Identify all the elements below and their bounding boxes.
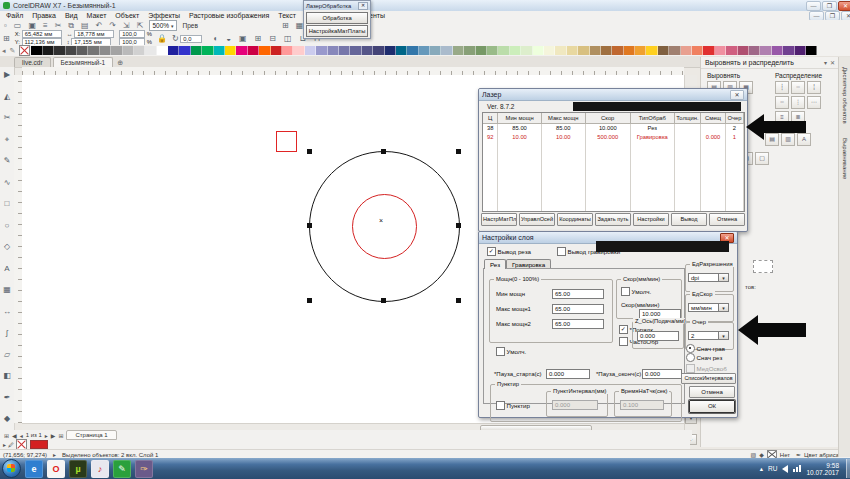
object-x-field[interactable]: 65,482 мм: [22, 30, 62, 38]
cut-icon[interactable]: ✂: [55, 21, 62, 31]
color-swatch[interactable]: [749, 46, 760, 55]
color-swatch[interactable]: [282, 46, 293, 55]
paste-icon[interactable]: ▤: [81, 21, 89, 31]
color-swatch[interactable]: [179, 46, 190, 55]
color-swatch[interactable]: [305, 46, 316, 55]
rotation-angle-field[interactable]: 0,0: [180, 35, 202, 43]
cancel-button[interactable]: Отмена: [689, 386, 735, 398]
color-swatch[interactable]: [681, 46, 692, 55]
laser-toolbar-close-icon[interactable]: ✕: [358, 2, 368, 10]
table-tool-icon[interactable]: ▦: [3, 285, 11, 294]
palette-scroll-left-icon[interactable]: ◂: [2, 47, 6, 55]
color-swatch[interactable]: [202, 46, 213, 55]
utorrent-icon[interactable]: µ: [69, 460, 87, 478]
table-header-cell[interactable]: Макс мощн: [542, 113, 586, 123]
new-icon[interactable]: ▫: [4, 21, 7, 31]
color-swatch[interactable]: [464, 46, 475, 55]
snap-label-fragment[interactable]: Прев: [183, 22, 198, 29]
dash-checkbox[interactable]: Пунктир: [496, 401, 530, 410]
color-swatch[interactable]: [385, 46, 396, 55]
menu-item[interactable]: Объект: [115, 12, 139, 19]
doc-red-swatch[interactable]: [30, 440, 48, 449]
shape-tool-icon[interactable]: ◭: [4, 92, 10, 101]
color-swatch[interactable]: [646, 46, 657, 55]
color-swatch[interactable]: [795, 46, 806, 55]
color-swatch[interactable]: [441, 46, 452, 55]
color-swatch[interactable]: [692, 46, 703, 55]
menu-item[interactable]: Вид: [65, 12, 78, 19]
open-icon[interactable]: ▭: [14, 21, 22, 31]
color-swatch[interactable]: [248, 46, 259, 55]
distribute-option-button[interactable]: ╎: [807, 81, 821, 94]
color-swatch[interactable]: [578, 46, 589, 55]
first-page-icon[interactable]: ◀: [12, 432, 17, 439]
doc-minimize-button[interactable]: —: [809, 11, 824, 21]
table-header-cell[interactable]: Толщин.: [675, 113, 702, 123]
selection-handle[interactable]: [381, 149, 386, 154]
speed-default-checkbox[interactable]: Умолч.: [621, 287, 651, 296]
color-swatch[interactable]: [328, 46, 339, 55]
object-width-field[interactable]: 18,778 мм: [74, 30, 114, 38]
color-swatch[interactable]: [601, 46, 612, 55]
fill-tool-icon[interactable]: ◆: [4, 414, 10, 423]
color-swatch[interactable]: [111, 46, 122, 55]
menu-item[interactable]: Текст: [278, 12, 296, 19]
doc-tab-untitled[interactable]: Безымянный-1: [53, 57, 114, 67]
color-swatch[interactable]: [669, 46, 680, 55]
color-swatch[interactable]: [236, 46, 247, 55]
tab-cut[interactable]: Рез: [484, 259, 506, 269]
distribute-option-button[interactable]: ┆: [775, 81, 789, 94]
lock-ratio-icon[interactable]: 🔒: [157, 34, 167, 43]
power-default-checkbox[interactable]: Умолч.: [496, 347, 526, 356]
palette-flyout-icon[interactable]: ▸: [3, 441, 6, 448]
opera-icon[interactable]: O: [47, 460, 65, 478]
color-swatch[interactable]: [293, 46, 304, 55]
laser-dialog-button[interactable]: Задать путь: [595, 213, 631, 226]
color-swatch[interactable]: [521, 46, 532, 55]
last-page-icon[interactable]: ▶: [51, 432, 56, 439]
connector-tool-icon[interactable]: ʃ: [6, 328, 8, 337]
mirror-vertical-icon[interactable]: ◒: [226, 34, 231, 43]
menu-item[interactable]: Правка: [32, 12, 56, 19]
distribute-option-button[interactable]: ⋮: [791, 96, 805, 109]
paint-app-icon[interactable]: ✑: [135, 460, 153, 478]
docker-collapse-icon[interactable]: ▾: [824, 59, 827, 66]
color-swatch[interactable]: [783, 46, 794, 55]
minimize-button[interactable]: —: [806, 1, 821, 11]
freehand-tool-icon[interactable]: ✎: [4, 156, 11, 165]
zoom-level-combo[interactable]: 500% ▾: [149, 20, 176, 31]
color-swatch[interactable]: [430, 46, 441, 55]
color-swatch[interactable]: [396, 46, 407, 55]
distribute-option-button[interactable]: ┄: [791, 81, 805, 94]
table-header-cell[interactable]: Мин мощн: [498, 113, 542, 123]
import-icon[interactable]: ⇲: [123, 21, 130, 31]
dimension-tool-icon[interactable]: ↔: [3, 307, 11, 316]
color-swatch[interactable]: [590, 46, 601, 55]
color-swatch[interactable]: [145, 46, 156, 55]
color-swatch[interactable]: [271, 46, 282, 55]
color-swatch[interactable]: [407, 46, 418, 55]
copy-icon[interactable]: ⧉: [68, 21, 74, 31]
color-swatch[interactable]: [772, 46, 783, 55]
doc-tab-live[interactable]: live.cdr: [14, 57, 51, 67]
selection-handle[interactable]: [307, 223, 312, 228]
laser-dialog-button[interactable]: Вывод: [671, 213, 707, 226]
selection-handle[interactable]: [307, 149, 312, 154]
no-color-swatch[interactable]: [19, 45, 30, 56]
save-icon[interactable]: ▣: [28, 21, 36, 31]
color-swatch[interactable]: [168, 46, 179, 55]
color-swatch[interactable]: [624, 46, 635, 55]
intervals-list-button[interactable]: СписокИнтервалов: [681, 373, 736, 384]
color-swatch[interactable]: [157, 46, 168, 55]
color-swatch[interactable]: [339, 46, 350, 55]
distribute-option-button[interactable]: ⋯: [807, 96, 821, 109]
max-power1-field[interactable]: 65.00: [552, 304, 604, 314]
shadow-tool-icon[interactable]: ▱: [4, 350, 10, 359]
weld-icon[interactable]: ◫: [284, 34, 292, 43]
color-swatch[interactable]: [635, 46, 646, 55]
process-button[interactable]: Обработка: [306, 12, 368, 24]
app-launcher-icon[interactable]: ⊞: [282, 21, 289, 31]
outline-tool-icon[interactable]: ✒: [4, 393, 11, 402]
pause-start-field[interactable]: 0.000: [546, 369, 590, 379]
color-swatch[interactable]: [476, 46, 487, 55]
